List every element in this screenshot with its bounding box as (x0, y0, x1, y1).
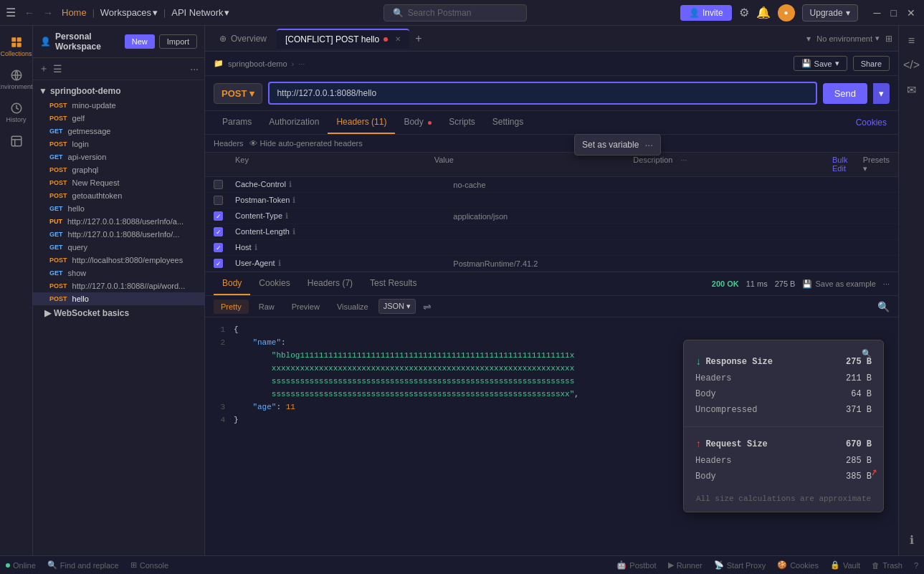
rs-comments-icon[interactable]: ✉ (904, 80, 919, 100)
forward-arrow[interactable]: → (40, 6, 56, 20)
hide-autogenerated-button[interactable]: 👁 Hide auto-generated headers (249, 139, 363, 148)
rv-tab-raw[interactable]: Raw (252, 300, 282, 314)
header-row[interactable]: Postman-Tokenℹ (205, 193, 898, 209)
resp-tab-body[interactable]: Body (214, 272, 250, 295)
status-vault[interactable]: 🔒 Vault (830, 560, 860, 570)
req-tab-body[interactable]: Body (395, 111, 440, 134)
header-row[interactable]: User-Agentℹ PostmanRuntime/7.41.2 (205, 256, 898, 272)
environment-icon[interactable]: ⊞ (885, 34, 892, 44)
req-cookies-link[interactable]: Cookies (853, 112, 890, 133)
collection-header-springboot[interactable]: ▼ springboot-demo (33, 83, 204, 99)
rv-tab-visualize[interactable]: Visualize (330, 300, 376, 314)
import-button[interactable]: Import (159, 34, 197, 49)
tree-item[interactable]: PUThttp://127.0.0.1:8088/userInfo/a... (33, 215, 204, 228)
tree-item[interactable]: POSTgetoauthtoken (33, 189, 204, 202)
resp-more-icon[interactable]: ··· (883, 279, 890, 288)
search-bar[interactable]: 🔍 Search Postman (384, 4, 527, 21)
tab-conflict-post[interactable]: [CONFLICT] POST hello ✕ (277, 29, 409, 49)
new-button[interactable]: New (125, 34, 155, 49)
send-button[interactable]: Send (823, 83, 867, 104)
tree-item[interactable]: POSThello (33, 292, 204, 305)
status-online[interactable]: Online (6, 561, 36, 570)
upgrade-button[interactable]: Upgrade ▾ (802, 4, 858, 21)
status-console[interactable]: ⊞ Console (130, 560, 168, 570)
rs-docs-icon[interactable]: ≡ (905, 32, 918, 50)
tree-item[interactable]: POSTlogin (33, 138, 204, 150)
home-link[interactable]: Home (62, 7, 87, 18)
req-tab-params[interactable]: Params (214, 111, 260, 134)
status-help[interactable]: ? (914, 561, 918, 570)
tree-item[interactable]: GETshow (33, 267, 204, 279)
back-arrow[interactable]: ← (22, 6, 37, 20)
context-menu-text[interactable]: Set as variable (582, 140, 639, 150)
context-menu-more-icon[interactable]: ··· (644, 139, 653, 150)
breadcrumb-collection[interactable]: springboot-demo (228, 59, 287, 68)
header-checkbox[interactable] (214, 243, 223, 252)
tab-close-icon[interactable]: ✕ (395, 35, 401, 43)
resp-tab-test-results[interactable]: Test Results (361, 272, 425, 295)
tree-item[interactable]: POSTgraphql (33, 163, 204, 176)
hamburger-icon[interactable]: ☰ (6, 6, 16, 19)
status-postbot[interactable]: 🤖 Postbot (616, 560, 656, 570)
sidebar-item-mock[interactable] (2, 130, 31, 152)
method-select[interactable]: POST ▾ (214, 83, 262, 104)
tree-item[interactable]: GEThttp://127.0.0.1:8088/userInfo/... (33, 228, 204, 241)
tab-add-button[interactable]: + (411, 29, 426, 48)
url-input[interactable] (268, 82, 816, 105)
notifications-icon[interactable]: 🔔 (756, 6, 771, 19)
rs-code-icon[interactable]: </> (900, 56, 923, 75)
wrap-text-icon[interactable]: ⇌ (423, 301, 432, 312)
tree-item[interactable]: POSThttp://localhost:8080/employees (33, 254, 204, 267)
header-row[interactable]: Content-Typeℹ application/json (205, 209, 898, 224)
header-checkbox[interactable] (214, 196, 223, 205)
invite-button[interactable]: 👤 Invite (680, 5, 732, 21)
tree-item[interactable]: POSTNew Request (33, 176, 204, 189)
collection-header-websocket[interactable]: ▶ WebSocket basics (33, 305, 204, 321)
workspaces-button[interactable]: Workspaces ▾ (100, 7, 158, 18)
api-network-button[interactable]: API Network ▾ (171, 7, 229, 18)
header-row[interactable]: Cache-Controlℹ no-cache (205, 177, 898, 193)
save-button[interactable]: 💾 Save ▾ (794, 56, 847, 71)
close-button[interactable]: ✕ (904, 7, 918, 19)
header-checkbox[interactable] (214, 259, 223, 268)
header-checkbox[interactable] (214, 227, 223, 236)
tree-item[interactable]: GETapi-version (33, 150, 204, 163)
resp-tab-cookies[interactable]: Cookies (250, 272, 298, 295)
req-tab-headers[interactable]: Headers (11) (328, 111, 395, 134)
popup-search-icon[interactable]: 🔍 (862, 349, 872, 358)
maximize-button[interactable]: □ (888, 7, 900, 19)
status-trash[interactable]: 🗑 Trash (872, 561, 902, 570)
sidebar-item-environments[interactable]: Environments (2, 64, 31, 95)
resp-tab-headers[interactable]: Headers (7) (299, 272, 361, 295)
add-collection-icon[interactable]: ＋ (39, 62, 49, 75)
req-tab-scripts[interactable]: Scripts (440, 111, 484, 134)
header-checkbox[interactable] (214, 211, 223, 221)
search-response-icon[interactable]: 🔍 (877, 301, 890, 312)
rv-tab-pretty[interactable]: Pretty (214, 300, 249, 314)
status-runner[interactable]: ▶ Runner (668, 560, 702, 570)
tree-item[interactable]: GEThello (33, 202, 204, 215)
settings-icon[interactable]: ⚙ (739, 6, 749, 19)
share-button[interactable]: Share (853, 56, 890, 71)
tab-more-icon[interactable]: ▾ (806, 34, 811, 44)
tree-item[interactable]: POSTgelf (33, 112, 204, 125)
status-cookies[interactable]: 🍪 Cookies (777, 560, 819, 570)
status-find-replace[interactable]: 🔍 Find and replace (47, 560, 119, 570)
filter-icon[interactable]: ☰ (53, 63, 62, 75)
more-options-icon[interactable]: ··· (190, 63, 199, 75)
sidebar-item-history[interactable]: History (2, 97, 31, 128)
save-example-button[interactable]: 💾 Save as example (802, 279, 875, 289)
tree-item[interactable]: POSThttp://127.0.0.1:8088//api/word... (33, 279, 204, 292)
header-row[interactable]: Content-Lengthℹ (205, 224, 898, 240)
header-checkbox[interactable] (214, 180, 223, 189)
json-format-select[interactable]: JSON ▾ (378, 299, 416, 314)
status-start-proxy[interactable]: 📡 Start Proxy (714, 560, 766, 570)
bulk-edit-button[interactable]: Bulk Edit (832, 156, 856, 173)
rs-info-icon[interactable]: ℹ (907, 530, 917, 550)
send-dropdown[interactable]: ▾ (873, 83, 890, 104)
req-tab-authorization[interactable]: Authorization (260, 111, 328, 134)
code-area[interactable]: 1 2 3 4 { "name": "hblog11111111111111 (205, 317, 898, 555)
tab-overview[interactable]: ⊕ Overview (211, 29, 275, 48)
tree-item[interactable]: GETquery (33, 241, 204, 254)
tree-item[interactable]: POSTmino-update (33, 99, 204, 112)
